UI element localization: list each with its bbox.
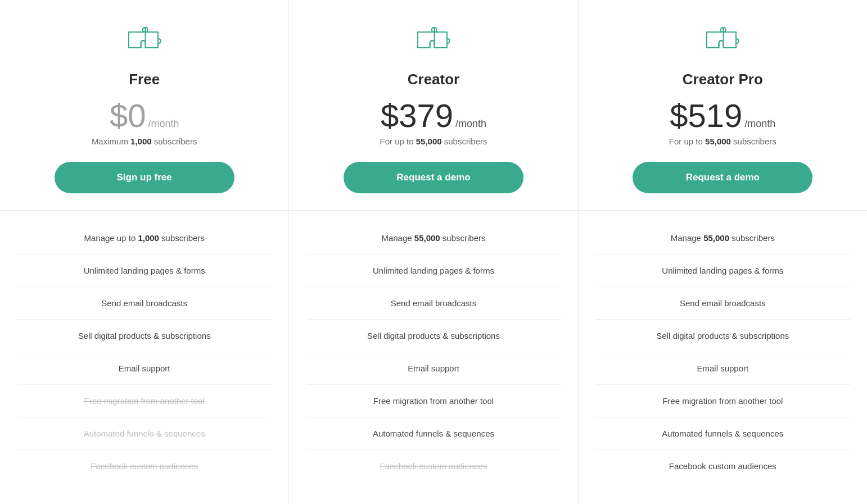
- plan-creator-feature-5: Free migration from another tool: [306, 385, 561, 417]
- plan-creator-feature-2: Send email broadcasts: [306, 287, 561, 320]
- plan-creator-pro-subscribers: For up to 55,000 subscribers: [607, 137, 839, 146]
- plan-creator-pro-features: Manage 55,000 subscribersUnlimited landi…: [579, 211, 867, 504]
- plan-free-feature-1: Unlimited landing pages & forms: [17, 255, 272, 287]
- plan-creator-feature-1: Unlimited landing pages & forms: [306, 255, 561, 287]
- plan-creator-feature-4: Email support: [306, 352, 561, 385]
- plan-free-header: Free$0/monthMaximum 1,000 subscribersSig…: [0, 0, 288, 211]
- plan-creator-pro-icon: [700, 22, 745, 62]
- plan-creator-pro: Creator Pro$519/monthFor up to 55,000 su…: [579, 0, 867, 504]
- plan-creator-pro-cta-button[interactable]: Request a demo: [633, 162, 812, 193]
- plan-creator-price-row: $379/month: [317, 99, 549, 132]
- plan-free-price: $0: [110, 99, 146, 132]
- plan-creator-pro-price: $519: [670, 99, 742, 132]
- plan-creator-feature-3: Sell digital products & subscriptions: [306, 320, 561, 352]
- plan-free-name: Free: [28, 71, 260, 88]
- plan-creator-feature-6: Automated funnels & sequences: [306, 417, 561, 450]
- plan-creator-pro-feature-0: Manage 55,000 subscribers: [595, 222, 850, 255]
- plan-creator-pro-feature-3: Sell digital products & subscriptions: [595, 320, 850, 352]
- plan-free-feature-7: Facebook custom audiences: [17, 450, 272, 482]
- plan-free-feature-3: Sell digital products & subscriptions: [17, 320, 272, 352]
- plan-creator-cta-button[interactable]: Request a demo: [344, 162, 523, 193]
- plan-creator: Creator$379/monthFor up to 55,000 subscr…: [289, 0, 578, 504]
- plan-creator-pro-feature-2: Send email broadcasts: [595, 287, 850, 320]
- plan-creator-pro-feature-5: Free migration from another tool: [595, 385, 850, 417]
- plan-free-icon: [122, 22, 167, 62]
- plan-creator-header: Creator$379/monthFor up to 55,000 subscr…: [289, 0, 577, 211]
- plan-free-feature-0: Manage up to 1,000 subscribers: [17, 222, 272, 255]
- plan-creator-pro-feature-7: Facebook custom audiences: [595, 450, 850, 482]
- plan-creator-features: Manage 55,000 subscribersUnlimited landi…: [289, 211, 577, 504]
- plan-creator-subscribers: For up to 55,000 subscribers: [317, 137, 549, 146]
- plan-creator-pro-period: /month: [744, 118, 775, 130]
- plan-creator-feature-0: Manage 55,000 subscribers: [306, 222, 561, 255]
- plan-creator-period: /month: [455, 118, 486, 130]
- plan-creator-pro-header: Creator Pro$519/monthFor up to 55,000 su…: [579, 0, 867, 211]
- plan-creator-name: Creator: [317, 71, 549, 88]
- plan-creator-icon: [411, 22, 456, 62]
- plan-creator-pro-name: Creator Pro: [607, 71, 839, 88]
- plan-free-period: /month: [148, 118, 179, 130]
- plan-free: Free$0/monthMaximum 1,000 subscribersSig…: [0, 0, 289, 504]
- plan-free-feature-6: Automated funnels & sequences: [17, 417, 272, 450]
- plan-creator-pro-price-row: $519/month: [607, 99, 839, 132]
- plan-free-price-row: $0/month: [28, 99, 260, 132]
- plan-free-features: Manage up to 1,000 subscribersUnlimited …: [0, 211, 288, 504]
- plan-creator-pro-feature-6: Automated funnels & sequences: [595, 417, 850, 450]
- plan-creator-feature-7: Facebook custom audiences: [306, 450, 561, 482]
- plan-free-feature-4: Email support: [17, 352, 272, 385]
- plan-free-feature-5: Free migration from another tool: [17, 385, 272, 417]
- pricing-page: Free$0/monthMaximum 1,000 subscribersSig…: [0, 0, 867, 504]
- plan-free-feature-2: Send email broadcasts: [17, 287, 272, 320]
- plan-free-cta-button[interactable]: Sign up free: [55, 162, 234, 193]
- plan-creator-price: $379: [381, 99, 453, 132]
- plan-creator-pro-feature-4: Email support: [595, 352, 850, 385]
- plan-creator-pro-feature-1: Unlimited landing pages & forms: [595, 255, 850, 287]
- plan-free-subscribers: Maximum 1,000 subscribers: [28, 137, 260, 146]
